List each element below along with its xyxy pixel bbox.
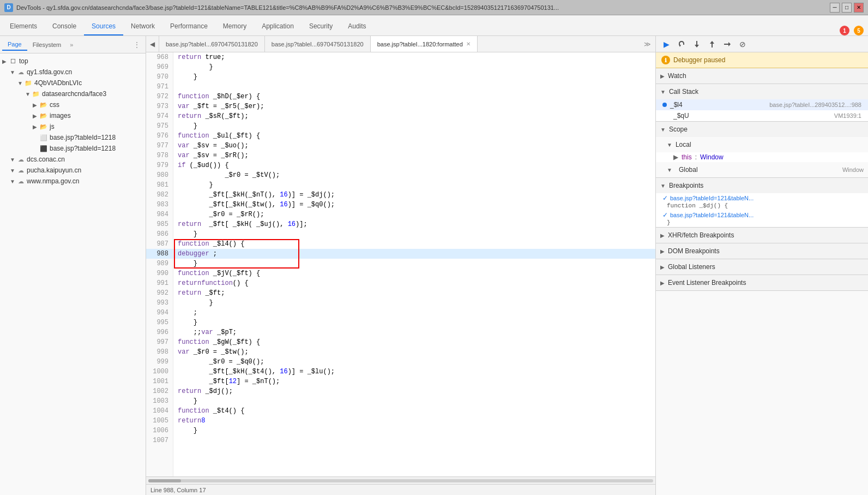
scope-global-header[interactable]: Global Window xyxy=(656,162,868,177)
scrollbar-track[interactable] xyxy=(148,479,653,482)
tab-network[interactable]: Network xyxy=(123,18,162,35)
tab-memory[interactable]: Memory xyxy=(215,18,254,35)
close-button[interactable]: ✕ xyxy=(854,3,864,13)
xhr-breakpoints-header[interactable]: XHR/fetch Breakpoints xyxy=(656,228,868,243)
step-into-button[interactable] xyxy=(691,38,703,50)
pause-indicator-icon: ℹ xyxy=(661,56,670,64)
panel-options-button[interactable]: ⋮ xyxy=(130,39,143,51)
error-count-badge: 1 xyxy=(840,26,849,35)
xhr-breakpoints-arrow xyxy=(660,232,665,238)
tree-label-images: images xyxy=(50,112,71,120)
tree-item-nmpa[interactable]: ▼ ☁ www.nmpa.gov.cn xyxy=(0,176,146,187)
dom-breakpoints-header[interactable]: DOM Breakpoints xyxy=(656,243,868,259)
call-stack-item-0[interactable]: _$l4 base.jsp?tableI...289403512...:988 xyxy=(656,99,868,110)
call-stack-item-1[interactable]: _$qU VM1939:1 xyxy=(656,110,868,121)
source-tab-3[interactable]: base.jsp?tableI...1820:formatted ✕ xyxy=(371,36,478,52)
tree-item-js[interactable]: ▶ 📂 js xyxy=(0,121,146,132)
file-tree: ▶ ☐ top ▼ ☁ qy1.sfda.gov.cn ▼ 📁 4QbVtADb… xyxy=(0,53,146,495)
middle-panel: ◀ base.jsp?tableI...69704750131820 base.… xyxy=(146,36,655,495)
scope-expand-this[interactable]: ▶ xyxy=(673,153,678,161)
source-tab-3-close[interactable]: ✕ xyxy=(466,41,471,47)
bp-check-0: ✓ xyxy=(662,194,668,202)
tab-page[interactable]: Page xyxy=(2,39,27,51)
source-tab-bar: ◀ base.jsp?tableI...69704750131820 base.… xyxy=(146,36,655,52)
folder-icon-yellow-css: 📂 xyxy=(39,100,48,109)
right-panel-scroll[interactable]: ℹ Debugger paused Watch Call Stack xyxy=(656,52,868,495)
tab-application[interactable]: Application xyxy=(254,18,302,35)
deactivate-breakpoints-button[interactable]: ⊘ xyxy=(737,38,749,50)
tree-item-base2[interactable]: ⬛ base.jsp?tableId=1218 xyxy=(0,143,146,154)
debugger-toolbar: ▶ ⊘ xyxy=(656,36,868,52)
tab-elements[interactable]: Elements xyxy=(2,18,45,35)
step-button[interactable] xyxy=(721,38,733,50)
horizontal-scrollbar[interactable] xyxy=(146,476,655,484)
source-tab-1-label: base.jsp?tableI...69704750131820 xyxy=(166,41,258,47)
tree-item-base1[interactable]: ⬜ base.jsp?tableId=1218 xyxy=(0,132,146,143)
event-listener-header[interactable]: Event Listener Breakpoints xyxy=(656,275,868,290)
call-stack-header[interactable]: Call Stack xyxy=(656,84,868,99)
scope-this-colon: : xyxy=(695,153,697,161)
step-over-button[interactable] xyxy=(676,38,688,50)
scope-this-key: this xyxy=(682,153,692,161)
call-stack-content: _$l4 base.jsp?tableI...289403512...:988 … xyxy=(656,99,868,121)
tree-label-dcs: dcs.conac.cn xyxy=(27,156,65,163)
global-listeners-label: Global Listeners xyxy=(668,263,715,271)
tree-label-nmpa: www.nmpa.gov.cn xyxy=(27,177,80,185)
source-tab-1[interactable]: base.jsp?tableI...69704750131820 xyxy=(159,36,265,52)
devtools-icon: D xyxy=(4,3,13,12)
global-listeners-header[interactable]: Global Listeners xyxy=(656,259,868,275)
file-icon-base2: ⬛ xyxy=(39,144,48,153)
tree-item-images[interactable]: ▶ 📂 images xyxy=(0,110,146,121)
call-file-1: VM1939:1 xyxy=(834,112,861,119)
left-panel-tabs: Page Filesystem » ⋮ xyxy=(0,36,146,53)
global-listeners-section: Global Listeners xyxy=(656,259,868,275)
tab-audits[interactable]: Audits xyxy=(340,18,373,35)
xhr-breakpoints-section: XHR/fetch Breakpoints xyxy=(656,228,868,243)
scope-header[interactable]: Scope xyxy=(656,122,868,137)
tree-label-folder1: 4QbVtADbnLVIc xyxy=(34,79,82,87)
tree-arrow-dcs: ▼ xyxy=(10,157,16,163)
tab-performance[interactable]: Performance xyxy=(162,18,215,35)
tree-item-pucha[interactable]: ▼ ☁ pucha.kaipuyun.cn xyxy=(0,165,146,176)
tree-item-dcs[interactable]: ▼ ☁ dcs.conac.cn xyxy=(0,154,146,165)
scrollbar-thumb[interactable] xyxy=(148,479,181,482)
tree-item-css[interactable]: ▶ 📂 css xyxy=(0,99,146,110)
watch-header[interactable]: Watch xyxy=(656,68,868,84)
tree-item-top[interactable]: ▶ ☐ top xyxy=(0,56,146,67)
tab-sources[interactable]: Sources xyxy=(84,18,123,35)
event-listener-section: Event Listener Breakpoints xyxy=(656,275,868,291)
scope-arrow xyxy=(660,127,666,133)
breakpoints-header[interactable]: Breakpoints xyxy=(656,178,868,193)
scope-local-header[interactable]: Local xyxy=(656,137,868,152)
tree-item-qy1[interactable]: ▼ ☁ qy1.sfda.gov.cn xyxy=(0,67,146,77)
source-tab-2[interactable]: base.jsp?tableI...69704750131820 xyxy=(265,36,371,52)
warning-count-badge: 5 xyxy=(854,26,864,35)
tree-item-face3[interactable]: ▼ 📁 datasearchcnda/face3 xyxy=(0,88,146,99)
tree-arrow-pucha: ▼ xyxy=(10,168,16,174)
scope-label: Scope xyxy=(669,126,688,133)
source-tab-more[interactable]: ≫ xyxy=(640,36,655,52)
breakpoint-item-0[interactable]: ✓ base.jsp?tableId=121&tableN... functio… xyxy=(656,193,868,210)
tree-item-folder1[interactable]: ▼ 📁 4QbVtADbnLVIc xyxy=(0,77,146,88)
event-listener-label: Event Listener Breakpoints xyxy=(668,279,746,287)
step-out-button[interactable] xyxy=(706,38,718,50)
tab-console[interactable]: Console xyxy=(45,18,84,35)
minimize-button[interactable]: ─ xyxy=(830,3,840,13)
titlebar: D DevTools - qy1.sfda.gov.cn/datasearchc… xyxy=(0,0,868,15)
tab-security[interactable]: Security xyxy=(302,18,340,35)
tree-label-face3: datasearchcnda/face3 xyxy=(42,90,106,98)
breakpoint-item-1[interactable]: ✓ base.jsp?tableId=121&tableN... } xyxy=(656,210,868,227)
tab-bar-indicators: 1 5 xyxy=(840,26,868,35)
call-stack-section: Call Stack _$l4 base.jsp?tableI...289403… xyxy=(656,84,868,122)
source-tab-3-label: base.jsp?tableI...1820:formatted xyxy=(377,41,463,47)
source-tab-prev[interactable]: ◀ xyxy=(146,36,159,52)
cloud-icon-nmpa: ☁ xyxy=(16,177,25,186)
resume-button[interactable]: ▶ xyxy=(660,38,672,50)
maximize-button[interactable]: □ xyxy=(842,3,852,13)
source-tab-2-label: base.jsp?tableI...69704750131820 xyxy=(272,41,364,47)
tab-filesystem[interactable]: Filesystem xyxy=(27,39,67,50)
devtools-tab-bar: Elements Console Sources Network Perform… xyxy=(0,15,868,36)
more-tabs-button[interactable]: » xyxy=(67,39,76,50)
code-content[interactable]: return true; } } function _$hD(_$er) { v… xyxy=(173,52,655,476)
window-title: DevTools - qy1.sfda.gov.cn/datasearchcnd… xyxy=(16,4,827,11)
